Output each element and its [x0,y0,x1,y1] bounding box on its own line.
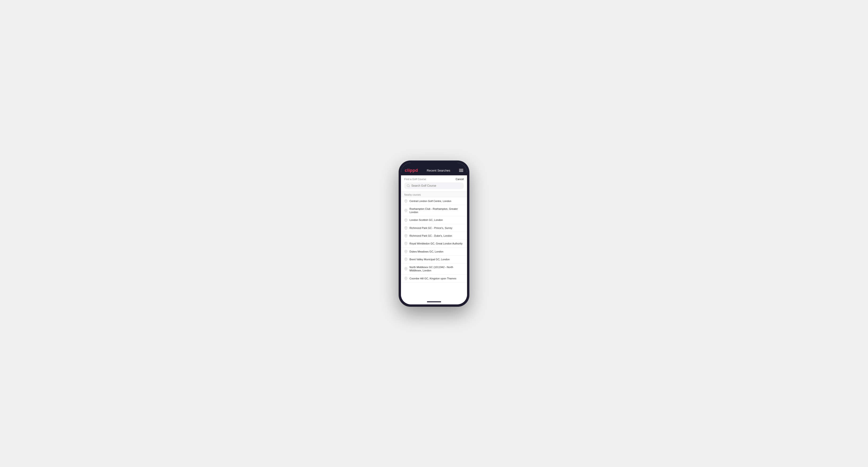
course-name: Roehampton Club - Roehampton, Greater Lo… [409,207,464,214]
svg-point-5 [405,227,406,228]
phone-device: clippd Recent Searches Find a Golf Cours… [399,160,469,307]
location-pin-icon [404,258,408,261]
location-pin-icon [404,242,408,245]
svg-line-1 [409,186,410,187]
courses-list: Nearby courses Central London Golf Centr… [401,191,467,299]
phone-screen: clippd Recent Searches Find a Golf Cours… [401,163,467,304]
home-bar [427,301,441,302]
list-item[interactable]: Central London Golf Centre, London [401,197,467,205]
list-item[interactable]: Royal Wimbledon GC, Great London Authori… [401,240,467,248]
course-name: Coombe Hill GC, Kingston upon Thames [409,277,457,280]
location-pin-icon [404,199,408,203]
list-item[interactable]: Dukes Meadows GC, London [401,248,467,255]
cancel-button[interactable]: Cancel [456,178,464,181]
home-indicator [401,299,467,304]
find-label: Find a Golf Course [404,178,426,181]
course-name: Central London Golf Centre, London [409,199,451,203]
svg-point-2 [405,200,406,201]
svg-point-3 [405,210,406,211]
list-item[interactable]: North Middlesex GC (1011942 - North Midd… [401,263,467,275]
find-row: Find a Golf Course Cancel [404,178,464,181]
location-pin-icon [404,209,408,212]
list-item[interactable]: Coombe Hill GC, Kingston upon Thames [401,275,467,282]
course-name: London Scottish GC, London [409,218,443,222]
list-item[interactable]: Roehampton Club - Roehampton, Greater Lo… [401,205,467,216]
course-name: Dukes Meadows GC, London [409,250,443,253]
list-item[interactable]: Richmond Park GC - Duke's, London [401,232,467,240]
course-name: Brent Valley Municipal GC, London [409,258,450,261]
search-input[interactable] [411,184,461,187]
location-pin-icon [404,250,408,253]
svg-point-7 [405,243,406,244]
list-item[interactable]: London Scottish GC, London [401,216,467,224]
location-pin-icon [404,219,408,222]
svg-point-10 [405,268,406,269]
location-pin-icon [404,267,408,271]
svg-point-6 [405,235,406,236]
location-pin-icon [404,277,408,280]
search-bar [404,182,464,189]
svg-point-11 [405,278,406,279]
course-name: North Middlesex GC (1011942 - North Midd… [409,266,464,272]
header-title: Recent Searches [427,169,450,172]
svg-point-9 [405,259,406,259]
course-name: Richmond Park GC - Prince's, Surrey [409,226,453,229]
status-bar [401,163,467,166]
svg-point-8 [405,251,406,252]
app-logo: clippd [405,168,418,173]
app-header: clippd Recent Searches [401,166,467,175]
list-item[interactable]: Richmond Park GC - Prince's, Surrey [401,224,467,232]
nearby-section-label: Nearby courses [401,191,467,197]
menu-icon[interactable] [459,169,463,172]
location-pin-icon [404,226,408,229]
list-item[interactable]: Brent Valley Municipal GC, London [401,255,467,263]
search-section: Find a Golf Course Cancel [401,175,467,191]
svg-point-4 [405,219,406,220]
search-icon [407,184,410,187]
course-name: Royal Wimbledon GC, Great London Authori… [409,242,463,245]
course-name: Richmond Park GC - Duke's, London [409,234,452,238]
location-pin-icon [404,234,408,238]
